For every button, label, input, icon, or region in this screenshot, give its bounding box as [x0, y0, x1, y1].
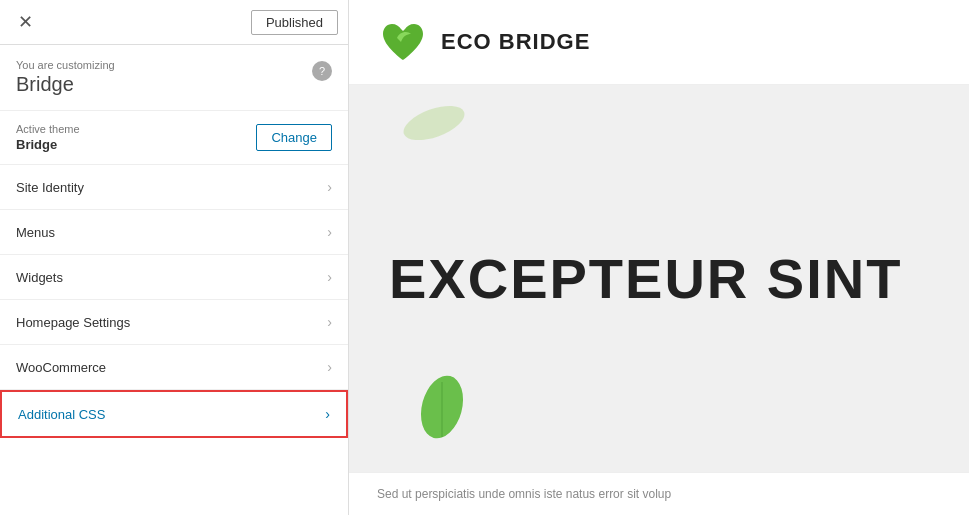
help-icon[interactable]: ?: [312, 61, 332, 81]
logo-icon: [377, 16, 429, 68]
customizing-name: Bridge: [16, 73, 115, 96]
nav-list: Site Identity › Menus › Widgets › Homepa…: [0, 165, 348, 515]
theme-info: Active theme Bridge: [16, 123, 80, 152]
change-theme-button[interactable]: Change: [256, 124, 332, 151]
chevron-right-icon: ›: [327, 314, 332, 330]
nav-item-label: WooCommerce: [16, 360, 106, 375]
hero-heading: EXCEPTEUR SINT: [389, 251, 902, 307]
leaf-bottom-decoration: [414, 372, 469, 442]
chevron-right-icon: ›: [327, 224, 332, 240]
close-button[interactable]: ✕: [10, 7, 40, 37]
customizing-text: You are customizing Bridge: [16, 59, 115, 96]
customizing-label: You are customizing: [16, 59, 115, 71]
published-button[interactable]: Published: [251, 10, 338, 35]
theme-name: Bridge: [16, 137, 80, 152]
svg-point-0: [399, 105, 469, 140]
nav-item-label: Site Identity: [16, 180, 84, 195]
chevron-right-icon: ›: [327, 269, 332, 285]
site-footer-text: Sed ut perspiciatis unde omnis iste natu…: [349, 472, 969, 515]
top-bar: ✕ Published: [0, 0, 348, 45]
customizing-section: You are customizing Bridge ?: [0, 45, 348, 111]
site-header: ECO BRIDGE: [349, 0, 969, 85]
theme-label: Active theme: [16, 123, 80, 135]
nav-item-label: Homepage Settings: [16, 315, 130, 330]
nav-item-label: Widgets: [16, 270, 63, 285]
leaf-top-decoration: [399, 105, 469, 140]
chevron-right-icon: ›: [325, 406, 330, 422]
close-icon: ✕: [18, 11, 33, 33]
nav-item-woocommerce[interactable]: WooCommerce ›: [0, 345, 348, 390]
nav-item-label: Additional CSS: [18, 407, 105, 422]
nav-item-additional-css[interactable]: Additional CSS ›: [0, 390, 348, 438]
nav-item-widgets[interactable]: Widgets ›: [0, 255, 348, 300]
nav-item-menus[interactable]: Menus ›: [0, 210, 348, 255]
nav-item-label: Menus: [16, 225, 55, 240]
customizer-panel: ✕ Published You are customizing Bridge ?…: [0, 0, 349, 515]
chevron-right-icon: ›: [327, 359, 332, 375]
site-preview: ECO BRIDGE EXCEPTEUR SINT Sed ut perspic…: [349, 0, 969, 515]
site-title: ECO BRIDGE: [441, 29, 590, 55]
nav-item-homepage-settings[interactable]: Homepage Settings ›: [0, 300, 348, 345]
hero-main: EXCEPTEUR SINT: [349, 85, 969, 472]
nav-item-site-identity[interactable]: Site Identity ›: [0, 165, 348, 210]
theme-section: Active theme Bridge Change: [0, 111, 348, 165]
chevron-right-icon: ›: [327, 179, 332, 195]
site-hero: EXCEPTEUR SINT Sed ut perspiciatis unde …: [349, 85, 969, 515]
